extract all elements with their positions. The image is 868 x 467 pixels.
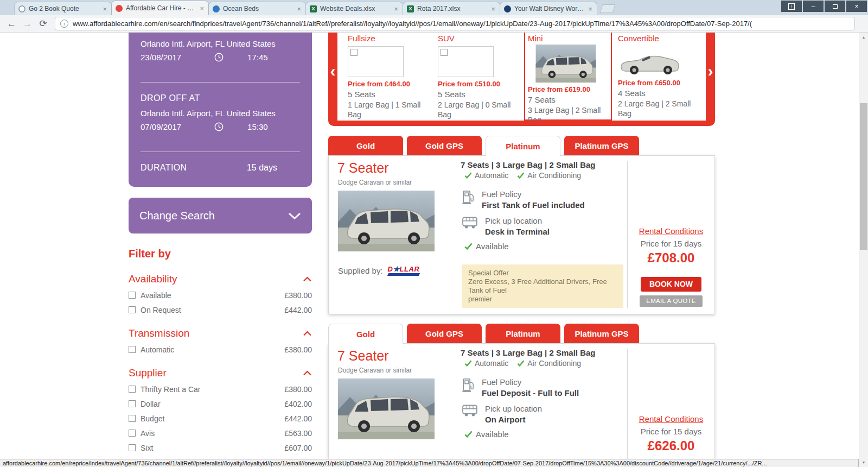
browser-tab-walt-disney-world[interactable]: Your Walt Disney World ... × xyxy=(500,2,597,15)
page-info-icon[interactable]: i xyxy=(60,20,68,28)
address-bar[interactable]: i www.affordablecarhire.com/en/search/fi… xyxy=(55,17,855,30)
total-price: £626.00 xyxy=(628,438,714,453)
vehicle-category-carousel: ‹ Fullsize Price from £464.00 5 Seats 1 … xyxy=(328,33,715,126)
chevron-down-icon xyxy=(288,212,301,219)
new-tab-button[interactable] xyxy=(599,4,615,13)
page-url: www.affordablecarhire.com/en/search/find… xyxy=(73,20,752,28)
category-card-fullsize[interactable]: Fullsize Price from £464.00 5 Seats 1 La… xyxy=(344,33,432,121)
tab-gold[interactable]: Gold xyxy=(328,136,403,155)
vehicle-features: Automatic Air Conditioning xyxy=(464,171,581,180)
filter-option-label: Sixt xyxy=(141,444,153,452)
chevron-up-icon xyxy=(303,276,312,282)
page-content: Orlando Intl. Airport, FL United States … xyxy=(0,33,859,459)
rental-conditions-link[interactable]: Rental Conditions xyxy=(639,414,703,424)
divider xyxy=(141,82,300,83)
checkbox[interactable] xyxy=(129,386,136,393)
rental-conditions-link[interactable]: Rental Conditions xyxy=(639,226,703,236)
filter-section-header[interactable]: Transmission xyxy=(129,327,312,339)
scroll-down-button[interactable]: ▼ xyxy=(859,458,868,467)
filter-section-supplier: Supplier Thrifty Rent a Car £380.00 Doll… xyxy=(129,367,312,452)
status-bar: affordablecarhire.com/en/reprice/index/t… xyxy=(0,459,859,467)
fuel-pump-icon xyxy=(462,190,475,205)
tab-gold[interactable]: Gold xyxy=(328,324,403,344)
back-button[interactable]: ← xyxy=(4,16,19,31)
filter-section-title: Supplier xyxy=(129,367,167,379)
filter-option-thrifty: Thrifty Rent a Car £380.00 xyxy=(129,384,312,394)
filter-option-label: On Request xyxy=(141,306,181,314)
forward-button[interactable]: → xyxy=(20,16,35,31)
shuttle-bus-icon xyxy=(462,404,478,417)
dropoff-location: Orlando Intl. Airport, FL United States xyxy=(141,109,300,118)
feature-label: Automatic xyxy=(475,171,508,180)
reload-button[interactable]: ⟳ xyxy=(36,16,50,31)
site-favicon xyxy=(213,5,220,12)
tab-platinum[interactable]: Platinum xyxy=(486,136,560,156)
checkbox[interactable] xyxy=(129,346,136,353)
filter-by-heading: Filter by xyxy=(129,248,312,260)
email-quote-button[interactable]: EMAIL A QUOTE xyxy=(640,295,703,307)
fuel-policy-label: Fuel Policy xyxy=(482,377,579,387)
tab-bar: Go 2 Book Quote × Affordable Car Hire - … xyxy=(0,0,868,15)
filter-option-avis: Avis £563.00 xyxy=(129,428,312,438)
fuel-policy-row: Fuel Policy First Tank of Fuel included xyxy=(462,190,585,210)
filter-section-header[interactable]: Supplier xyxy=(129,367,312,379)
browser-tab-rota-2017[interactable]: X Rota 2017.xlsx × xyxy=(403,2,500,15)
search-summary-sidebar: Orlando Intl. Airport, FL United States … xyxy=(129,33,312,459)
tab-platinum[interactable]: Platinum xyxy=(486,324,560,343)
vehicle-title: 7 Seater xyxy=(337,348,389,364)
tab-title: Go 2 Book Quote xyxy=(29,5,99,12)
book-now-button[interactable]: BOOK NOW xyxy=(641,277,701,292)
browser-tab-affordable-car-hire[interactable]: Affordable Car Hire - Co... × xyxy=(111,1,209,15)
availability-status: Available xyxy=(464,242,509,251)
excel-favicon: X xyxy=(407,5,414,12)
tab-title: Ocean Beds xyxy=(223,5,293,12)
checkbox[interactable] xyxy=(129,430,136,437)
tab-gold-gps[interactable]: Gold GPS xyxy=(407,136,482,155)
category-card-mini[interactable]: Mini Price from £619.00 7 Seats 3 Large … xyxy=(524,33,612,121)
tab-close-icon[interactable]: × xyxy=(393,5,399,12)
booking-column: Rental Conditions Price for 15 days £708… xyxy=(628,156,714,314)
pickup-location-value: On Airport xyxy=(485,415,542,424)
tab-close-icon[interactable]: × xyxy=(490,5,496,12)
tab-title: Website Deals.xlsx xyxy=(320,5,390,12)
popout-window-button[interactable]: ↑ xyxy=(781,1,802,12)
category-checkbox[interactable] xyxy=(441,49,448,56)
change-search-button[interactable]: Change Search xyxy=(129,198,312,234)
browser-tab-ocean-beds[interactable]: Ocean Beds × xyxy=(208,2,306,15)
tab-platinum-gps[interactable]: Platinum GPS xyxy=(564,136,639,155)
checkbox[interactable] xyxy=(129,415,136,422)
check-icon xyxy=(517,172,525,179)
checkbox[interactable] xyxy=(129,444,136,451)
category-checkbox[interactable] xyxy=(350,49,358,56)
tab-close-icon[interactable]: × xyxy=(199,5,205,12)
tab-gold-gps[interactable]: Gold GPS xyxy=(407,324,482,343)
tab-close-icon[interactable]: × xyxy=(588,5,593,12)
minimize-button[interactable]: – xyxy=(803,1,824,12)
tab-close-icon[interactable]: × xyxy=(296,5,302,12)
browser-tab-go-2-book-quote[interactable]: Go 2 Book Quote × xyxy=(14,2,112,15)
filter-section-header[interactable]: Availability xyxy=(129,273,312,285)
total-price: £708.00 xyxy=(628,250,714,266)
carousel-prev-button[interactable]: ‹ xyxy=(328,33,337,126)
category-card-suv[interactable]: SUV Price from £510.00 5 Seats 2 Large B… xyxy=(434,33,522,121)
tab-close-icon[interactable]: × xyxy=(102,5,107,12)
dropoff-heading: DROP OFF AT xyxy=(141,93,300,103)
checkbox[interactable] xyxy=(129,400,136,407)
star-icon: ★ xyxy=(393,265,399,273)
scrollbar-thumb[interactable] xyxy=(860,103,867,250)
category-card-convertible[interactable]: Convertible Price from £650.00 4 Seats 2… xyxy=(614,33,702,121)
carousel-next-button[interactable]: › xyxy=(706,33,715,126)
checkbox[interactable] xyxy=(129,292,136,299)
scroll-up-button[interactable]: ▲ xyxy=(859,33,868,42)
fuel-policy-value: Fuel Deposit - Full to Full xyxy=(482,388,579,397)
tab-title: Your Walt Disney World ... xyxy=(514,5,584,12)
checkbox[interactable] xyxy=(129,306,136,313)
pickup-location-row: Pick up location Desk in Terminal xyxy=(462,216,550,236)
feature-air-conditioning: Air Conditioning xyxy=(517,359,581,368)
close-window-button[interactable]: × xyxy=(846,1,867,12)
maximize-button[interactable] xyxy=(825,1,845,12)
tab-platinum-gps[interactable]: Platinum GPS xyxy=(564,324,639,343)
page-scrollbar[interactable]: ▲ ▼ xyxy=(859,33,868,467)
browser-tab-website-deals[interactable]: X Website Deals.xlsx × xyxy=(305,2,403,15)
filter-option-label: Budget xyxy=(141,414,164,423)
